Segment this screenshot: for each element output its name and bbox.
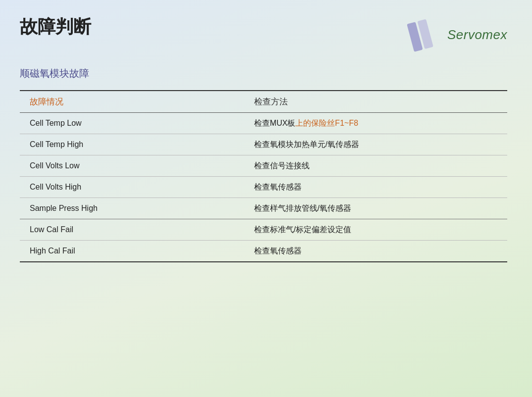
check-method-cell: 检查氧传感器 bbox=[239, 241, 507, 262]
fault-name-cell: Low Cal Fail bbox=[20, 219, 239, 241]
check-method-cell: 检查MUX板上的保险丝F1~F8 bbox=[239, 113, 507, 134]
fault-name-cell: Cell Volts High bbox=[20, 177, 239, 198]
fault-name-cell: High Cal Fail bbox=[20, 241, 239, 262]
check-method-cell: 检查标准气/标定偏差设定值 bbox=[239, 219, 507, 241]
fault-name-cell: Cell Volts Low bbox=[20, 155, 239, 177]
table-row: Sample Press High检查样气排放管线/氧传感器 bbox=[20, 198, 507, 219]
page-container: 故障判断 Servomex 顺磁氧模块故障 故障情况 检查方法 Cell Tem… bbox=[0, 0, 532, 397]
logo-icon bbox=[405, 17, 445, 52]
table-row: Low Cal Fail检查标准气/标定偏差设定值 bbox=[20, 219, 507, 241]
check-method-cell: 检查氧传感器 bbox=[239, 177, 507, 198]
col-fault-header: 故障情况 bbox=[20, 91, 239, 113]
header-area: 故障判断 Servomex bbox=[20, 15, 507, 52]
fault-name-cell: Cell Temp Low bbox=[20, 113, 239, 134]
col-check-header: 检查方法 bbox=[239, 91, 507, 113]
page-title: 故障判断 bbox=[20, 15, 91, 39]
fault-name-cell: Cell Temp High bbox=[20, 134, 239, 155]
logo-text: Servomex bbox=[447, 27, 507, 43]
table-row: Cell Volts High检查氧传感器 bbox=[20, 177, 507, 198]
check-method-cell: 检查氧模块加热单元/氧传感器 bbox=[239, 134, 507, 155]
check-highlight-text: 上的保险丝F1~F8 bbox=[295, 119, 358, 127]
fault-table: 故障情况 检查方法 Cell Temp Low检查MUX板上的保险丝F1~F8C… bbox=[20, 90, 507, 262]
logo-area: Servomex bbox=[405, 17, 507, 52]
fault-name-cell: Sample Press High bbox=[20, 198, 239, 219]
table-row: Cell Temp Low检查MUX板上的保险丝F1~F8 bbox=[20, 113, 507, 134]
check-method-cell: 检查信号连接线 bbox=[239, 155, 507, 177]
table-row: Cell Volts Low检查信号连接线 bbox=[20, 155, 507, 177]
table-header-row: 故障情况 检查方法 bbox=[20, 91, 507, 113]
section-title: 顺磁氧模块故障 bbox=[20, 67, 507, 80]
table-row: Cell Temp High检查氧模块加热单元/氧传感器 bbox=[20, 134, 507, 155]
table-row: High Cal Fail检查氧传感器 bbox=[20, 241, 507, 262]
check-method-cell: 检查样气排放管线/氧传感器 bbox=[239, 198, 507, 219]
